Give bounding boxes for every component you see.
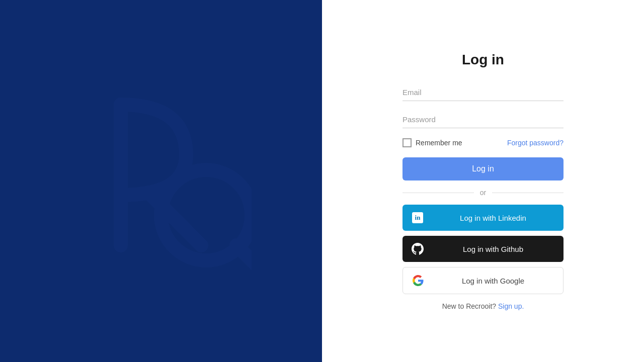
left-panel xyxy=(0,0,322,362)
remember-me-checkbox[interactable] xyxy=(403,138,412,147)
github-icon xyxy=(411,242,425,256)
divider-line-left xyxy=(403,193,474,193)
password-input[interactable] xyxy=(403,111,564,128)
google-icon xyxy=(411,274,425,288)
email-input[interactable] xyxy=(403,84,564,101)
remember-me-group: Remember me xyxy=(403,138,462,147)
linkedin-login-button[interactable]: in Log in with Linkedin xyxy=(403,205,564,231)
google-login-button[interactable]: Log in with Google xyxy=(403,267,564,294)
login-form: Log in Remember me Forgot password? Log … xyxy=(403,52,564,310)
signup-text: New to Recrooit? xyxy=(442,302,496,310)
remember-me-label: Remember me xyxy=(416,139,462,147)
linkedin-button-label: Log in with Linkedin xyxy=(431,214,555,222)
page-title: Log in xyxy=(403,52,564,68)
forgot-password-link[interactable]: Forgot password? xyxy=(507,139,564,147)
remember-forgot-row: Remember me Forgot password? xyxy=(403,138,564,147)
brand-watermark xyxy=(70,74,252,288)
github-login-button[interactable]: Log in with Github xyxy=(403,236,564,262)
login-button[interactable]: Log in xyxy=(403,157,564,180)
github-button-label: Log in with Github xyxy=(431,245,555,253)
or-divider: or xyxy=(403,189,564,197)
linkedin-icon: in xyxy=(411,211,425,225)
password-field-group xyxy=(403,111,564,128)
right-panel: Log in Remember me Forgot password? Log … xyxy=(322,0,644,362)
signup-row: New to Recrooit? Sign up. xyxy=(403,302,564,310)
signup-link[interactable]: Sign up. xyxy=(498,302,524,310)
google-button-label: Log in with Google xyxy=(431,277,555,285)
or-text: or xyxy=(480,189,486,197)
svg-line-1 xyxy=(236,245,252,276)
email-field-group xyxy=(403,84,564,101)
divider-line-right xyxy=(492,193,564,193)
